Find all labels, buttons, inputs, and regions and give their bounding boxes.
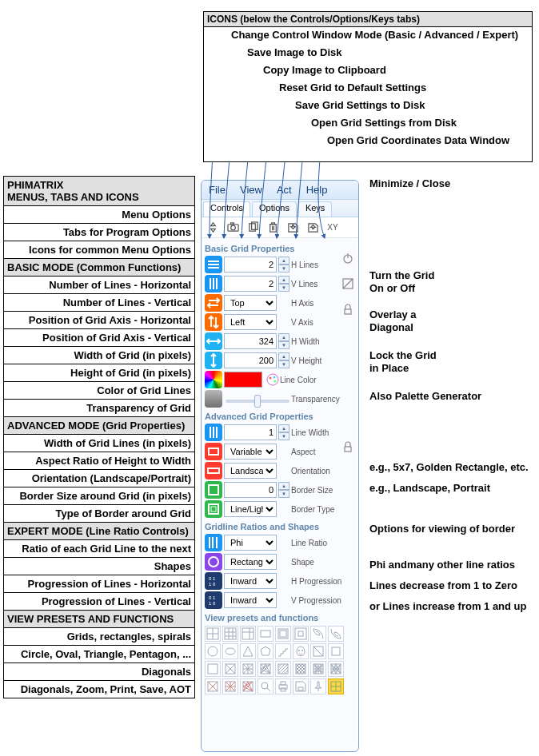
preset-x-icon[interactable] xyxy=(222,661,238,677)
magnifier-icon[interactable] xyxy=(258,678,273,694)
note-lock-b: in Place xyxy=(369,362,409,374)
preset-xstar-icon[interactable] xyxy=(222,678,238,694)
icons-callout-box: ICONS (below the Controls/Options/Keys t… xyxy=(203,11,533,162)
preset-xcolor-icon[interactable] xyxy=(205,678,221,694)
preset-pentagon-icon[interactable] xyxy=(258,643,273,659)
orientation-select[interactable]: Landscape xyxy=(224,463,277,479)
preset-rect-icon[interactable] xyxy=(258,626,273,642)
bordertype-select[interactable]: Line/Light xyxy=(224,501,277,517)
palette-icon[interactable] xyxy=(264,371,281,388)
spin[interactable]: ▲▼ xyxy=(278,257,289,273)
tabs: Controls Options Keys xyxy=(202,200,358,217)
svg-rect-25 xyxy=(225,628,236,639)
preset-dense-icon[interactable] xyxy=(310,661,326,677)
preset-blank-icon[interactable] xyxy=(328,643,344,659)
svg-rect-15 xyxy=(208,468,219,473)
spin[interactable]: ▲▼ xyxy=(278,276,289,292)
aspect-select[interactable]: Variable xyxy=(224,444,277,460)
hlines-icon xyxy=(205,256,222,273)
menu-view[interactable]: View xyxy=(233,182,270,197)
note-ratio: Phi andmany other line ratios xyxy=(369,559,515,571)
linewidth-icon xyxy=(205,424,222,441)
preset-xgrid-icon[interactable] xyxy=(240,661,256,677)
svg-rect-26 xyxy=(242,628,254,639)
lineratio-select[interactable]: Phi xyxy=(224,535,277,551)
svg-rect-18 xyxy=(211,507,216,511)
tab-options[interactable]: Options xyxy=(252,201,297,217)
shape-select[interactable]: Rectangle xyxy=(224,554,277,570)
hwidth-input[interactable] xyxy=(224,333,277,349)
row-shape: Rectangle Shape xyxy=(205,552,355,571)
preset-xfull-icon[interactable] xyxy=(240,678,256,694)
vprog-select[interactable]: Inward xyxy=(224,592,277,608)
svg-rect-16 xyxy=(209,485,218,495)
menu-help[interactable]: Help xyxy=(299,182,335,197)
left-row: Number of Lines - Horizontal xyxy=(4,277,194,294)
power-icon[interactable] xyxy=(341,251,355,265)
line-color-swatch[interactable] xyxy=(224,372,262,388)
preset-star-icon[interactable] xyxy=(258,661,273,677)
spin[interactable]: ▲▼ xyxy=(278,352,289,368)
preset-grid2x2-icon[interactable] xyxy=(205,626,221,642)
preset-face-icon[interactable] xyxy=(293,643,309,659)
linewidth-input[interactable] xyxy=(224,424,277,440)
preset-gradient-icon[interactable] xyxy=(310,643,326,659)
save-settings-icon[interactable] xyxy=(284,219,301,237)
transparency-slider[interactable] xyxy=(226,400,289,403)
preset-spiral-icon[interactable] xyxy=(310,626,326,642)
haxis-icon xyxy=(205,294,222,312)
vheight-input[interactable] xyxy=(224,352,277,368)
toolbar: XY xyxy=(202,217,358,238)
haxis-select[interactable]: Top xyxy=(224,295,277,311)
spin[interactable]: ▲▼ xyxy=(278,333,289,349)
mode-toggle-icon[interactable] xyxy=(204,219,222,237)
preset-stairs-icon[interactable] xyxy=(275,643,291,659)
preset-oval-icon[interactable] xyxy=(222,643,238,659)
callout-reset: Reset Grid to Default Settings xyxy=(279,82,426,94)
preset-circle-icon[interactable] xyxy=(205,643,221,659)
icons-box-body: Change Control Window Mode (Basic / Adva… xyxy=(204,27,532,161)
preset-hatch-icon[interactable] xyxy=(275,661,291,677)
phi-grid-icon[interactable] xyxy=(328,678,344,694)
spin[interactable]: ▲▼ xyxy=(278,424,289,440)
preset-squares-icon[interactable] xyxy=(293,626,309,642)
svg-text:1 0: 1 0 xyxy=(209,601,216,606)
svg-rect-8 xyxy=(345,309,351,314)
vlines-input[interactable] xyxy=(224,276,277,292)
preset-triangle-icon[interactable] xyxy=(240,643,256,659)
svg-rect-54 xyxy=(298,687,303,690)
tab-controls[interactable]: Controls xyxy=(203,201,250,217)
save-icon[interactable] xyxy=(293,678,309,694)
preset-grid3-icon[interactable] xyxy=(222,626,238,642)
note-power-b: On or Off xyxy=(369,282,415,294)
preset-square-icon[interactable] xyxy=(205,661,221,677)
spin[interactable]: ▲▼ xyxy=(278,482,289,498)
tab-keys[interactable]: Keys xyxy=(298,201,332,217)
copy-icon[interactable] xyxy=(244,219,262,237)
diagonal-icon[interactable] xyxy=(341,277,355,291)
open-settings-icon[interactable] xyxy=(304,219,321,237)
vaxis-select[interactable]: Left xyxy=(224,314,277,330)
camera-icon[interactable] xyxy=(224,219,242,237)
menu-file[interactable]: File xyxy=(202,182,233,197)
preset-gridphi-icon[interactable] xyxy=(240,626,256,642)
pin-icon[interactable] xyxy=(310,678,326,694)
preset-xhatch-icon[interactable] xyxy=(293,661,309,677)
lock-icon[interactable] xyxy=(341,440,355,454)
preset-dense2-icon[interactable] xyxy=(328,661,344,677)
hlines-input[interactable] xyxy=(224,257,277,273)
bordersize-input[interactable] xyxy=(224,482,277,498)
printer-icon[interactable] xyxy=(275,678,291,694)
row-linecolor: Line Color xyxy=(205,370,355,389)
menu-act[interactable]: Act xyxy=(270,182,299,197)
orientation-label: Orientation xyxy=(291,467,349,475)
coords-window-icon[interactable]: XY xyxy=(324,219,341,237)
side-icons xyxy=(341,251,355,316)
preset-rects-icon[interactable] xyxy=(275,626,291,642)
hprog-select[interactable]: Inward xyxy=(224,573,277,589)
bordersize-icon xyxy=(205,481,222,499)
preset-spiral2-icon[interactable] xyxy=(328,626,344,642)
lock-icon[interactable] xyxy=(341,302,355,316)
note-minimize: Minimize / Close xyxy=(369,177,450,189)
trash-icon[interactable] xyxy=(264,219,281,237)
